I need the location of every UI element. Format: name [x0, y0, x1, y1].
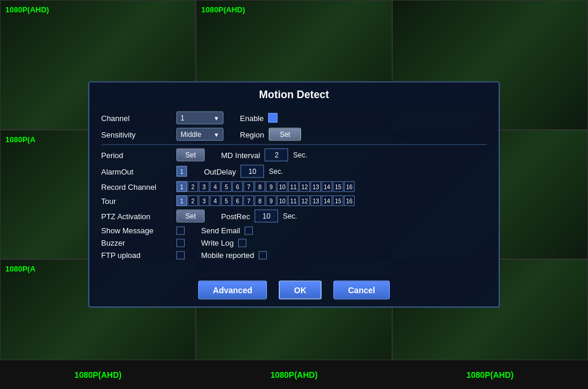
rec-ch-4[interactable]: 4	[210, 182, 220, 192]
rec-ch-10[interactable]: 10	[277, 182, 288, 192]
tour-ch-7[interactable]: 7	[243, 196, 254, 206]
sensitivity-region-row: Sensitivity Middle ▼ Region Set	[101, 128, 487, 141]
bottom-bar: 1080P(AHD) 1080P(AHD) 1080P(AHD)	[0, 360, 588, 389]
tour-ch-5[interactable]: 5	[221, 196, 232, 206]
outdelay-label: OutDelay	[204, 167, 236, 176]
alarmout-ch-1[interactable]: 1	[176, 166, 187, 177]
bottom-label-3: 1080P(AHD)	[392, 365, 588, 384]
tour-ch-12[interactable]: 12	[299, 196, 310, 206]
region-label: Region	[240, 130, 264, 139]
channel-dropdown[interactable]: 1 ▼	[176, 112, 223, 125]
alarmout-channels: 1	[176, 166, 188, 177]
postrec-input[interactable]	[255, 210, 278, 223]
tour-ch-13[interactable]: 13	[310, 196, 321, 206]
buzzer-checkbox[interactable]	[176, 239, 185, 247]
dialog-footer: Advanced OK Cancel	[89, 272, 499, 307]
enable-label: Enable	[240, 113, 263, 122]
camera-label-2: 1080P(AHD)	[201, 5, 245, 14]
camera-label-7: 1080P(A	[5, 264, 35, 273]
record-channel-label: Record Channel	[101, 182, 172, 191]
bottom-labels: 1080P(AHD) 1080P(AHD) 1080P(AHD)	[0, 365, 588, 384]
camera-label-1: 1080P(AHD)	[5, 5, 49, 14]
outdelay-input[interactable]	[240, 165, 264, 178]
dialog-title: Motion Detect	[89, 83, 499, 106]
ptz-set-button[interactable]: Set	[176, 210, 205, 223]
rec-ch-2[interactable]: 2	[188, 182, 198, 192]
buzzer-writelog-row: Buzzer Write Log	[101, 239, 487, 247]
rec-ch-11[interactable]: 11	[288, 182, 299, 192]
enable-checkbox[interactable]	[268, 113, 278, 123]
rec-ch-12[interactable]: 12	[299, 182, 310, 192]
sensitivity-value: Middle	[181, 130, 201, 139]
alarmout-outdelay-row: AlarmOut 1 OutDelay Sec.	[101, 165, 487, 178]
alarmout-label: AlarmOut	[101, 167, 172, 176]
ftp-mobile-row: FTP upload Mobile reported	[101, 251, 487, 260]
tour-ch-11[interactable]: 11	[288, 196, 299, 206]
tour-ch-14[interactable]: 14	[322, 196, 332, 206]
period-mdinterval-row: Period Set MD Interval Sec.	[101, 149, 487, 162]
region-set-button[interactable]: Set	[269, 128, 301, 141]
tour-ch-16[interactable]: 16	[344, 196, 355, 206]
sensitivity-dropdown[interactable]: Middle ▼	[176, 128, 223, 141]
motion-detect-dialog: Motion Detect Channel 1 ▼ Enable Sensiti…	[88, 82, 500, 308]
rec-ch-1[interactable]: 1	[176, 182, 187, 192]
showmsg-sendemail-row: Show Message Send Email	[101, 226, 487, 235]
md-interval-unit: Sec.	[293, 151, 307, 159]
sensitivity-label: Sensitivity	[101, 130, 172, 139]
ok-button[interactable]: OK	[279, 281, 322, 300]
bottom-label-2: 1080P(AHD)	[196, 365, 392, 384]
cancel-button[interactable]: Cancel	[333, 281, 390, 300]
channel-enable-row: Channel 1 ▼ Enable	[101, 112, 487, 125]
tour-ch-15[interactable]: 15	[333, 196, 343, 206]
rec-ch-8[interactable]: 8	[255, 182, 265, 192]
rec-ch-13[interactable]: 13	[310, 182, 321, 192]
period-set-button[interactable]: Set	[176, 149, 205, 162]
tour-ch-2[interactable]: 2	[188, 196, 198, 206]
ftp-checkbox[interactable]	[176, 251, 185, 259]
md-interval-input[interactable]	[265, 149, 288, 162]
tour-label: Tour	[101, 196, 172, 205]
rec-ch-16[interactable]: 16	[344, 182, 355, 192]
tour-ch-8[interactable]: 8	[255, 196, 265, 206]
camera-label-4: 1080P(A	[5, 135, 35, 144]
show-message-checkbox[interactable]	[176, 226, 185, 234]
channel-label: Channel	[101, 113, 172, 122]
tour-ch-1[interactable]: 1	[176, 196, 187, 206]
rec-ch-9[interactable]: 9	[266, 182, 276, 192]
bottom-label-1: 1080P(AHD)	[0, 365, 196, 384]
write-log-label: Write Log	[201, 239, 233, 247]
tour-ch-3[interactable]: 3	[199, 196, 209, 206]
tour-ch-4[interactable]: 4	[210, 196, 220, 206]
channel-value: 1	[181, 114, 185, 122]
record-channel-row: Record Channel 1 2 3 4 5 6 7 8 9 10 11 1…	[101, 182, 487, 192]
ftp-label: FTP upload	[101, 251, 172, 260]
send-email-checkbox[interactable]	[245, 226, 253, 234]
tour-ch-10[interactable]: 10	[277, 196, 288, 206]
show-message-label: Show Message	[101, 226, 172, 235]
mobile-label: Mobile reported	[201, 251, 254, 260]
dialog-body: Channel 1 ▼ Enable Sensitivity Middle ▼ …	[89, 106, 499, 272]
rec-ch-7[interactable]: 7	[243, 182, 254, 192]
tour-channel-numbers: 1 2 3 4 5 6 7 8 9 10 11 12 13 14 15 16	[176, 196, 355, 206]
tour-ch-9[interactable]: 9	[266, 196, 276, 206]
rec-ch-5[interactable]: 5	[221, 182, 232, 192]
divider-1	[101, 145, 487, 145]
write-log-checkbox[interactable]	[238, 239, 246, 247]
send-email-label: Send Email	[201, 226, 240, 235]
tour-row: Tour 1 2 3 4 5 6 7 8 9 10 11 12 13 14 15…	[101, 196, 487, 206]
rec-ch-15[interactable]: 15	[333, 182, 343, 192]
ptz-postrec-row: PTZ Activation Set PostRec Sec.	[101, 210, 487, 223]
rec-ch-6[interactable]: 6	[232, 182, 243, 192]
record-channel-numbers: 1 2 3 4 5 6 7 8 9 10 11 12 13 14 15 16	[176, 182, 355, 192]
mobile-checkbox[interactable]	[259, 251, 267, 259]
tour-ch-6[interactable]: 6	[232, 196, 243, 206]
outdelay-unit: Sec.	[269, 167, 283, 176]
postrec-unit: Sec.	[283, 212, 297, 220]
channel-dropdown-arrow: ▼	[213, 115, 219, 121]
md-interval-label: MD Interval	[221, 150, 260, 159]
ptz-label: PTZ Activation	[101, 212, 172, 220]
rec-ch-14[interactable]: 14	[322, 182, 332, 192]
sensitivity-dropdown-arrow: ▼	[213, 131, 219, 138]
advanced-button[interactable]: Advanced	[198, 281, 267, 300]
rec-ch-3[interactable]: 3	[199, 182, 209, 192]
